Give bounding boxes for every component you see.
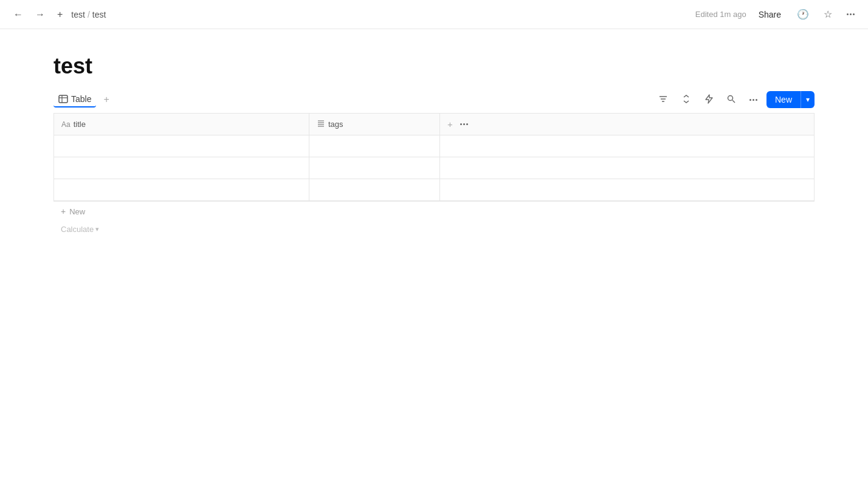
automation-button[interactable] [700,92,717,108]
new-record-button[interactable]: New [766,91,801,108]
breadcrumb-separator: / [88,10,90,19]
row-tags-cell[interactable] [309,179,440,201]
column-tags-header[interactable]: tags [309,114,440,135]
row-extra-cell [440,135,815,157]
add-column-icon: + [447,119,453,129]
new-button-group: New ▾ [766,91,815,108]
chevron-down-icon: ▾ [806,95,810,104]
breadcrumb: test / test [71,10,106,19]
filter-button[interactable] [654,92,672,108]
column-add-header[interactable]: + [440,114,815,135]
table-view-tab[interactable]: Table [53,92,96,107]
column-more-icon [460,123,468,125]
new-tab-button[interactable]: + [53,7,66,22]
filter-icon [658,94,668,106]
column-title-header[interactable]: Aa title [54,114,309,135]
toolbar-more-button[interactable] [745,97,762,103]
edited-timestamp: Edited 1m ago [695,10,746,19]
topbar-left: ← → + test / test [10,7,106,22]
svg-rect-0 [59,95,67,103]
database-table: Aa title tag [53,113,815,201]
new-record-dropdown-button[interactable]: ▾ [801,91,815,108]
row-extra-cell [440,179,815,201]
page-content: test Table + [0,29,868,262]
title-col-label: title [74,120,86,129]
topbar-right: Edited 1m ago Share 🕐 ☆ [695,6,858,22]
breadcrumb-item-2[interactable]: test [92,10,106,19]
more-icon [847,13,855,15]
history-icon: 🕐 [797,9,809,20]
search-button[interactable] [722,92,740,108]
table-row [54,157,815,179]
back-button[interactable]: ← [10,7,27,22]
breadcrumb-item-1[interactable]: test [71,10,85,19]
view-toolbar-left: Table + [53,92,113,107]
page-title: test [53,53,815,79]
title-col-type-icon: Aa [61,120,71,129]
row-tags-cell[interactable] [309,135,440,157]
share-button[interactable]: Share [754,7,786,22]
add-new-row-label: New [69,207,85,216]
topbar: ← → + test / test Edited 1m ago Share 🕐 … [0,0,868,29]
view-toolbar: Table + [53,91,815,111]
tags-col-type-icon [317,119,325,129]
sort-icon [681,94,691,106]
table-row [54,135,815,157]
table-row [54,179,815,201]
lightning-icon [704,94,713,106]
row-tags-cell[interactable] [309,157,440,179]
more-icon [749,99,757,101]
row-extra-cell [440,157,815,179]
sort-button[interactable] [677,92,695,108]
view-toolbar-right: New ▾ [654,91,815,108]
row-title-cell[interactable] [54,157,309,179]
more-options-button[interactable] [843,11,858,18]
svg-point-6 [728,95,732,100]
search-icon [726,94,736,106]
add-new-row[interactable]: + New [53,201,815,221]
row-title-cell[interactable] [54,179,309,201]
add-view-button[interactable]: + [100,93,112,106]
table-view-label: Table [71,94,91,104]
add-new-row-icon: + [61,206,66,216]
star-icon: ☆ [824,9,832,20]
calculate-row[interactable]: Calculate ▾ [53,221,309,237]
favorite-button[interactable]: ☆ [820,6,836,22]
calculate-label: Calculate [61,225,94,234]
table-icon [58,94,68,104]
svg-line-7 [732,100,735,103]
calculate-chevron-icon: ▾ [95,225,99,233]
tags-col-label: tags [328,120,343,129]
forward-button[interactable]: → [32,7,49,22]
history-button[interactable]: 🕐 [793,6,813,22]
row-title-cell[interactable] [54,135,309,157]
